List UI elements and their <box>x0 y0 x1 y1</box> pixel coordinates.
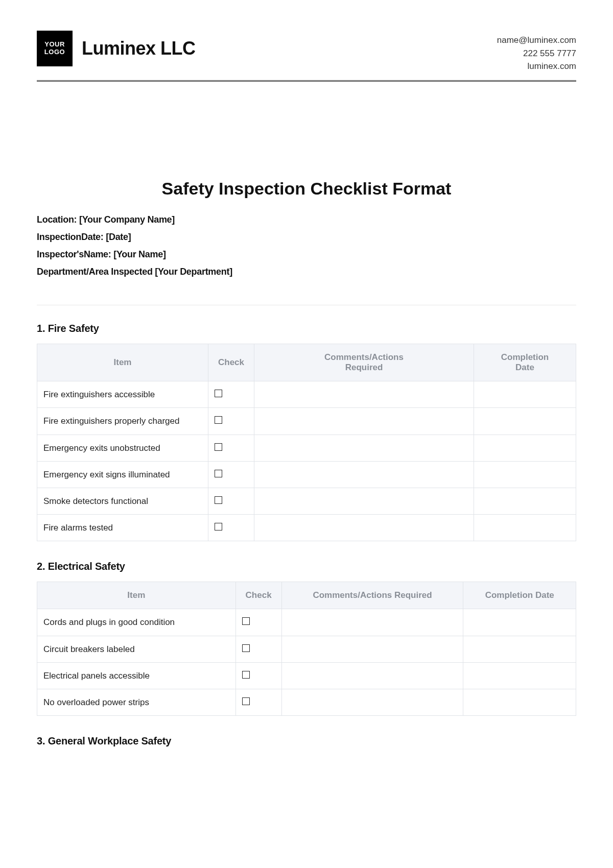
item-cell: Smoke detectors functional <box>37 488 208 515</box>
completion-cell[interactable] <box>474 515 576 541</box>
company-name: Luminex LLC <box>82 38 196 59</box>
contact-email: name@luminex.com <box>497 34 576 47</box>
check-cell[interactable] <box>208 488 254 515</box>
meta-divider <box>37 305 576 305</box>
comments-cell[interactable] <box>281 689 463 715</box>
check-cell[interactable] <box>208 461 254 488</box>
item-cell: Electrical panels accessible <box>37 662 236 689</box>
table-row: Emergency exits unobstructed <box>37 435 576 461</box>
item-cell: Fire extinguishers accessible <box>37 381 208 408</box>
completion-cell[interactable] <box>474 408 576 435</box>
completion-cell[interactable] <box>463 636 576 662</box>
checkbox-icon[interactable] <box>215 416 222 424</box>
meta-inspector: Inspector'sName: [Your Name] <box>37 246 576 263</box>
comments-cell[interactable] <box>254 381 474 408</box>
item-cell: Cords and plugs in good condition <box>37 609 236 636</box>
check-cell[interactable] <box>208 515 254 541</box>
table-row: Fire extinguishers accessible <box>37 381 576 408</box>
meta-inspector-value: [Your Name] <box>113 249 166 259</box>
contact-block: name@luminex.com 222 555 7777 luminex.co… <box>497 34 576 73</box>
table-row: Fire extinguishers properly charged <box>37 408 576 435</box>
checkbox-icon[interactable] <box>242 671 250 679</box>
electrical-safety-table: Item Check Comments/Actions Required Com… <box>37 582 576 716</box>
checkbox-icon[interactable] <box>242 644 250 652</box>
col-completion: Completion Date <box>474 344 576 381</box>
item-cell: Fire extinguishers properly charged <box>37 408 208 435</box>
checkbox-icon[interactable] <box>215 443 222 451</box>
col-comments: Comments/Actions Required <box>281 582 463 609</box>
comments-cell[interactable] <box>254 461 474 488</box>
check-cell[interactable] <box>208 381 254 408</box>
checkbox-icon[interactable] <box>242 617 250 625</box>
completion-cell[interactable] <box>463 662 576 689</box>
brand-block: YOUR LOGO Luminex LLC <box>37 31 196 66</box>
table-row: Emergency exit signs illuminated <box>37 461 576 488</box>
completion-cell[interactable] <box>474 488 576 515</box>
check-cell[interactable] <box>235 689 281 715</box>
completion-cell[interactable] <box>474 461 576 488</box>
comments-cell[interactable] <box>254 515 474 541</box>
item-cell: No overloaded power strips <box>37 689 236 715</box>
col-comments: Comments/Actions Required <box>254 344 474 381</box>
meta-inspdate-value: [Date] <box>106 232 131 242</box>
completion-cell[interactable] <box>474 435 576 461</box>
meta-location: Location: [Your Company Name] <box>37 211 576 228</box>
table-row: Cords and plugs in good condition <box>37 609 576 636</box>
comments-cell[interactable] <box>254 488 474 515</box>
logo-placeholder: YOUR LOGO <box>37 31 73 66</box>
table-header-row: Item Check Comments/Actions Required Com… <box>37 582 576 609</box>
section-heading-fire: 1. Fire Safety <box>37 323 576 334</box>
meta-inspector-label: Inspector'sName: <box>37 249 111 259</box>
col-item: Item <box>37 344 208 381</box>
table-header-row: Item Check Comments/Actions Required Com… <box>37 344 576 381</box>
check-cell[interactable] <box>208 435 254 461</box>
item-cell: Emergency exits unobstructed <box>37 435 208 461</box>
item-cell: Circuit breakers labeled <box>37 636 236 662</box>
item-cell: Fire alarms tested <box>37 515 208 541</box>
meta-block: Location: [Your Company Name] Inspection… <box>37 211 576 281</box>
meta-inspdate-label: InspectionDate: <box>37 232 104 242</box>
page-title: Safety Inspection Checklist Format <box>37 179 576 199</box>
completion-cell[interactable] <box>463 689 576 715</box>
check-cell[interactable] <box>235 636 281 662</box>
comments-cell[interactable] <box>281 609 463 636</box>
check-cell[interactable] <box>235 662 281 689</box>
check-cell[interactable] <box>235 609 281 636</box>
header-divider <box>37 80 576 82</box>
contact-phone: 222 555 7777 <box>497 47 576 60</box>
comments-cell[interactable] <box>281 662 463 689</box>
meta-location-value: [Your Company Name] <box>79 214 175 225</box>
col-check: Check <box>208 344 254 381</box>
completion-cell[interactable] <box>463 609 576 636</box>
logo-line-top: YOUR <box>44 41 65 49</box>
checkbox-icon[interactable] <box>215 470 222 477</box>
table-row: Circuit breakers labeled <box>37 636 576 662</box>
meta-dept-value: [Your Department] <box>155 267 232 277</box>
col-check: Check <box>235 582 281 609</box>
checkbox-icon[interactable] <box>242 697 250 705</box>
section-heading-general: 3. General Workplace Safety <box>37 735 576 747</box>
contact-site: luminex.com <box>497 60 576 73</box>
table-row: Smoke detectors functional <box>37 488 576 515</box>
checkbox-icon[interactable] <box>215 523 222 531</box>
comments-cell[interactable] <box>254 435 474 461</box>
col-item: Item <box>37 582 236 609</box>
document-header: YOUR LOGO Luminex LLC name@luminex.com 2… <box>37 31 576 73</box>
logo-line-bottom: LOGO <box>44 49 65 56</box>
meta-department: Department/Area Inspected [Your Departme… <box>37 263 576 280</box>
completion-cell[interactable] <box>474 381 576 408</box>
check-cell[interactable] <box>208 408 254 435</box>
table-row: No overloaded power strips <box>37 689 576 715</box>
meta-dept-label: Department/Area Inspected <box>37 267 153 277</box>
checkbox-icon[interactable] <box>215 496 222 504</box>
item-cell: Emergency exit signs illuminated <box>37 461 208 488</box>
comments-cell[interactable] <box>281 636 463 662</box>
table-row: Fire alarms tested <box>37 515 576 541</box>
section-heading-electrical: 2. Electrical Safety <box>37 561 576 572</box>
comments-cell[interactable] <box>254 408 474 435</box>
fire-safety-table: Item Check Comments/Actions Required Com… <box>37 344 576 541</box>
checkbox-icon[interactable] <box>215 390 222 397</box>
meta-location-label: Location: <box>37 214 77 225</box>
col-completion: Completion Date <box>463 582 576 609</box>
meta-inspection-date: InspectionDate: [Date] <box>37 228 576 246</box>
